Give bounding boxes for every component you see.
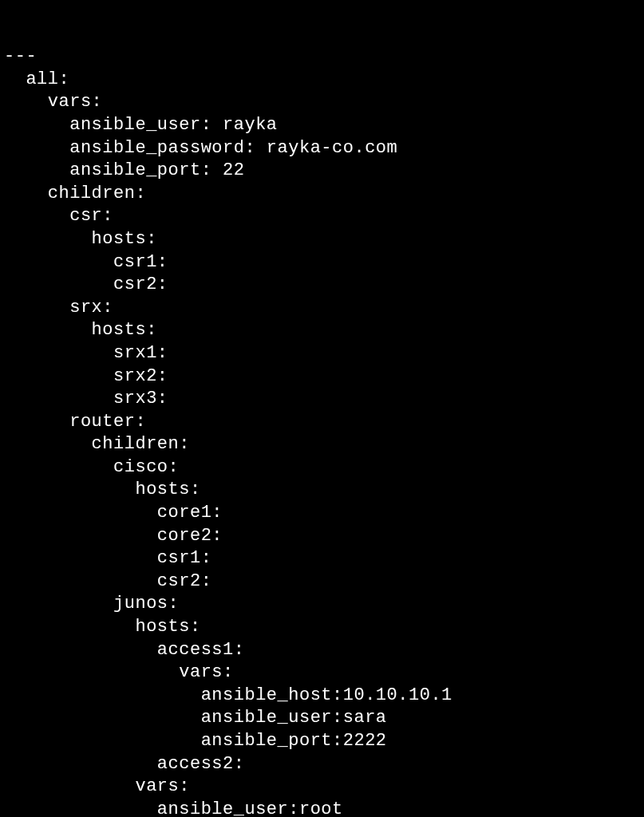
yaml-line: vars: <box>4 91 644 114</box>
yaml-line: --- <box>4 45 644 69</box>
yaml-line: hosts: <box>4 319 644 342</box>
yaml-line: ansible_host:10.10.10.1 <box>4 685 644 708</box>
yaml-line: access1: <box>4 639 644 662</box>
yaml-line: srx: <box>4 297 644 320</box>
yaml-line: csr1: <box>4 547 644 570</box>
yaml-line: vars: <box>4 661 644 685</box>
yaml-line: ansible_port:2222 <box>4 730 644 753</box>
yaml-line: srx1: <box>4 342 644 365</box>
yaml-line: hosts: <box>4 479 644 502</box>
yaml-line: core1: <box>4 502 644 525</box>
yaml-line: ansible_user: rayka <box>4 114 644 137</box>
yaml-line: core2: <box>4 525 644 548</box>
yaml-line: csr: <box>4 205 644 228</box>
yaml-line: children: <box>4 433 644 456</box>
yaml-line: junos: <box>4 593 644 616</box>
yaml-line: srx2: <box>4 365 644 389</box>
yaml-line: ansible_user:root <box>4 799 644 817</box>
yaml-line: children: <box>4 183 644 206</box>
yaml-line: srx3: <box>4 388 644 411</box>
yaml-line: hosts: <box>4 616 644 639</box>
yaml-line: csr2: <box>4 570 644 594</box>
yaml-line: hosts: <box>4 228 644 251</box>
yaml-line: csr2: <box>4 274 644 297</box>
yaml-content: --- all: vars: ansible_user: rayka ansib… <box>0 45 644 817</box>
yaml-line: cisco: <box>4 456 644 480</box>
yaml-line: csr1: <box>4 251 644 274</box>
yaml-line: router: <box>4 411 644 434</box>
yaml-line: ansible_password: rayka-co.com <box>4 137 644 160</box>
yaml-line: access2: <box>4 753 644 776</box>
yaml-line: ansible_user:sara <box>4 707 644 730</box>
yaml-line: ansible_port: 22 <box>4 160 644 183</box>
yaml-line: vars: <box>4 776 644 799</box>
yaml-line: all: <box>4 69 644 92</box>
